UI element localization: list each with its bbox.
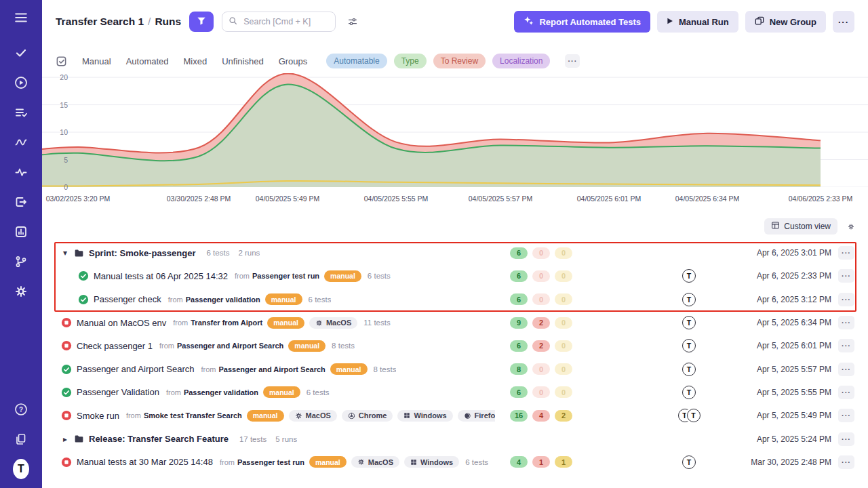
row-menu-button[interactable]: ···: [838, 246, 854, 260]
tab-unfinished[interactable]: Unfinished: [222, 56, 263, 66]
avatar[interactable]: T: [682, 455, 696, 469]
row-menu-button[interactable]: ···: [838, 339, 854, 352]
docs-icon[interactable]: [13, 431, 29, 447]
chip-type[interactable]: Type: [394, 54, 427, 68]
result-badges: 920: [510, 317, 572, 329]
avatar[interactable]: T: [682, 363, 696, 376]
run-row[interactable]: Manual on MacOS envfromTransfer from Aip…: [54, 311, 856, 334]
search-settings-icon[interactable]: [344, 13, 361, 30]
chip-to-review[interactable]: To Review: [433, 54, 486, 68]
integrations-branch-icon[interactable]: [13, 253, 29, 270]
manual-tag: manual: [267, 317, 304, 329]
import-icon[interactable]: [13, 194, 29, 210]
group-title[interactable]: Sprint: Smoke-passenger: [89, 248, 196, 258]
failed-badge: 0: [532, 386, 550, 398]
breadcrumb-project[interactable]: Transfer Search 1: [56, 16, 144, 27]
runs-chart: 05101520: [42, 73, 868, 187]
run-source: fromPassenger test run: [235, 272, 319, 280]
tab-manual[interactable]: Manual: [82, 56, 111, 66]
tests-count: 11 tests: [363, 319, 390, 327]
filter-tabs-row: ManualAutomatedMixedUnfinishedGroups Aut…: [56, 49, 854, 73]
run-row[interactable]: Passenger and Airport SearchfromPassenge…: [54, 357, 856, 380]
search-box[interactable]: [222, 12, 336, 32]
select-runs-icon[interactable]: [56, 56, 67, 67]
run-row[interactable]: Manual tests at 06 Apr 2025 14:32fromPas…: [54, 264, 856, 287]
chips-more-button[interactable]: ···: [565, 54, 580, 68]
row-menu-button[interactable]: ···: [838, 363, 854, 376]
group-title[interactable]: Release: Transfer Search Feature: [89, 434, 229, 444]
view-settings-gear-icon[interactable]: [844, 219, 859, 234]
row-menu-button[interactable]: ···: [838, 269, 854, 283]
tab-automated[interactable]: Automated: [126, 56, 169, 66]
avatar[interactable]: T: [682, 339, 696, 352]
chevron-down-icon[interactable]: ▾: [61, 248, 69, 258]
passed-badge: 6: [510, 340, 528, 352]
run-title[interactable]: Check passenger 1: [77, 341, 153, 351]
run-title[interactable]: Passenger and Airport Search: [77, 364, 194, 374]
run-title[interactable]: Manual tests at 30 Mar 2025 14:48: [77, 457, 213, 467]
run-title[interactable]: Manual on MacOS env: [77, 318, 166, 328]
row-main: Manual on MacOS envfromTransfer from Aip…: [54, 317, 391, 329]
tab-groups[interactable]: Groups: [279, 56, 308, 66]
custom-view-button[interactable]: Custom view: [764, 218, 837, 235]
assignee-avatars: T: [677, 293, 701, 306]
help-icon[interactable]: ?: [13, 401, 29, 418]
row-main: Smoke runfromSmoke test Transfer Searchm…: [54, 410, 495, 422]
avatar[interactable]: T: [682, 386, 696, 399]
run-date: Apr 5, 2025 5:57 PM: [757, 365, 831, 374]
run-row[interactable]: Passenger ValidationfromPassenger valida…: [54, 381, 856, 404]
run-row[interactable]: Passenger checkfromPassenger validationm…: [54, 288, 856, 311]
group-row[interactable]: ▸Release: Transfer Search Feature17 test…: [54, 427, 856, 450]
run-row[interactable]: Check passenger 1fromPassenger and Airpo…: [54, 334, 856, 357]
other-badge: 0: [555, 340, 572, 352]
avatar[interactable]: T: [682, 293, 696, 306]
failed-badge: 1: [532, 456, 550, 468]
reports-icon[interactable]: [13, 224, 29, 240]
tests-count: 8 tests: [374, 365, 397, 373]
group-row[interactable]: ▾Sprint: Smoke-passenger6 tests2 runs600…: [54, 241, 856, 264]
runs-icon[interactable]: [13, 75, 29, 91]
run-title[interactable]: Manual tests at 06 Apr 2025 14:32: [94, 271, 228, 281]
row-menu-button[interactable]: ···: [838, 432, 854, 446]
new-group-button[interactable]: New Group: [745, 11, 826, 33]
menu-icon[interactable]: [13, 9, 29, 26]
header-more-button[interactable]: ···: [833, 11, 854, 33]
manual-run-button[interactable]: Manual Run: [657, 11, 738, 33]
settings-icon[interactable]: [13, 283, 29, 300]
row-menu-button[interactable]: ···: [838, 293, 854, 306]
status-failed-icon: [61, 340, 72, 351]
passed-badge: 4: [510, 456, 528, 468]
chart-svg: [42, 73, 868, 187]
row-menu-button[interactable]: ···: [838, 316, 854, 329]
status-failed-icon: [61, 317, 72, 328]
tests-icon[interactable]: [13, 45, 29, 61]
search-input[interactable]: [242, 16, 329, 27]
group-icon: [755, 16, 764, 28]
folder-icon: [74, 434, 84, 444]
run-title[interactable]: Passenger Validation: [77, 387, 159, 397]
run-title[interactable]: Smoke run: [77, 411, 119, 421]
group-tests-meta: 17 tests: [239, 435, 267, 443]
activity-icon[interactable]: [13, 164, 29, 180]
run-title[interactable]: Passenger check: [94, 294, 161, 304]
run-row[interactable]: Smoke runfromSmoke test Transfer Searchm…: [54, 404, 856, 427]
app-logo[interactable]: T: [13, 461, 29, 477]
flaky-tests-icon[interactable]: [13, 134, 29, 150]
row-menu-button[interactable]: ···: [838, 386, 854, 399]
other-badge: 0: [555, 247, 572, 259]
chevron-right-icon[interactable]: ▸: [61, 434, 69, 444]
test-plans-icon[interactable]: [13, 104, 29, 121]
run-row[interactable]: Manual tests at 30 Mar 2025 14:48fromPas…: [54, 451, 856, 474]
group-tests-meta: 6 tests: [207, 249, 230, 257]
avatar[interactable]: T: [687, 409, 701, 422]
row-menu-button[interactable]: ···: [838, 455, 854, 469]
report-automated-tests-button[interactable]: Report Automated Tests: [514, 11, 650, 33]
chip-automatable[interactable]: Automatable: [326, 54, 387, 68]
filter-button[interactable]: [189, 12, 214, 32]
avatar[interactable]: T: [682, 269, 696, 283]
x-tick-label: 04/05/2025 5:55 PM: [364, 195, 429, 203]
chip-localization[interactable]: Localization: [492, 54, 550, 68]
row-menu-button[interactable]: ···: [838, 409, 854, 422]
tab-mixed[interactable]: Mixed: [184, 56, 208, 66]
avatar[interactable]: T: [682, 316, 696, 329]
